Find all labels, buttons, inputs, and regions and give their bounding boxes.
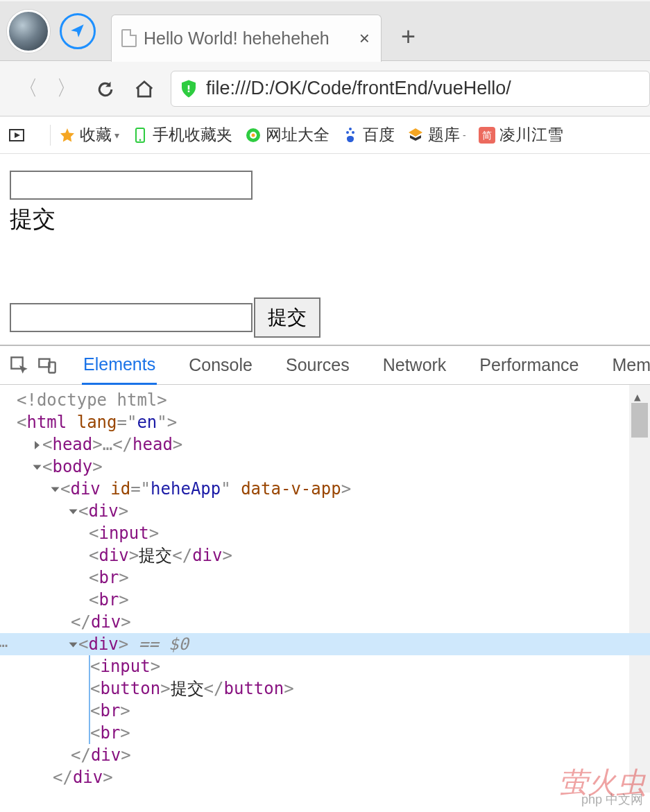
tiku-icon <box>407 127 424 144</box>
selected-node[interactable]: ⋯ <div> == $0 <box>0 633 650 655</box>
bookmark-favorites[interactable]: 收藏 ▾ <box>59 124 119 146</box>
tab-elements[interactable]: Elements <box>82 346 157 385</box>
bookmark-baidu[interactable]: 百度 <box>342 124 395 146</box>
bookmark-label: 收藏 <box>80 124 112 146</box>
devtools-tabbar: Elements Console Sources Network Perform… <box>0 346 650 385</box>
jian-icon: 简 <box>479 127 495 144</box>
bookmark-sitenav[interactable]: 网址大全 <box>245 124 330 146</box>
chevron-down-icon: - <box>463 130 466 141</box>
bookmark-label: 题库 <box>428 124 460 146</box>
bookmark-bar: 收藏 ▾ 手机收藏夹 网址大全 百度 题库 - 简 凌川江雪 <box>0 116 650 154</box>
chevron-down-icon: ▾ <box>114 130 119 141</box>
url-text: file:///D:/OK/Code/frontEnd/vueHello/ <box>206 78 511 99</box>
extension-icon[interactable] <box>8 127 29 144</box>
submit-button[interactable]: 提交 <box>254 297 320 338</box>
inspect-icon[interactable] <box>10 353 29 378</box>
bookmark-mobile[interactable]: 手机收藏夹 <box>132 124 232 146</box>
back-button[interactable]: 〈 <box>8 74 47 103</box>
tab-performance[interactable]: Performance <box>478 347 580 383</box>
new-tab-button[interactable]: + <box>401 22 416 51</box>
tab-memory[interactable]: Mem <box>610 347 650 383</box>
watermark-sub: php 中文网 <box>581 791 643 808</box>
star-icon <box>59 127 76 144</box>
bookmark-label: 手机收藏夹 <box>153 124 232 146</box>
device-toggle-icon[interactable] <box>37 353 57 378</box>
browser-address-bar: 〈 〉 file:///D:/OK/Code/frontEnd/vueHello… <box>0 61 650 116</box>
scrollbar[interactable]: ▲ <box>629 385 650 793</box>
user-avatar[interactable] <box>7 10 50 53</box>
baidu-icon <box>342 127 359 144</box>
svg-text:简: 简 <box>482 130 492 141</box>
home-button[interactable] <box>125 77 164 99</box>
shield-icon <box>178 78 199 99</box>
page-icon <box>121 29 137 47</box>
tab-title: Hello World! heheheheh <box>144 28 350 49</box>
reload-button[interactable] <box>86 77 125 99</box>
close-icon[interactable]: × <box>359 28 370 49</box>
page-content: 提交 提交 <box>0 154 650 345</box>
forward-button[interactable]: 〉 <box>47 74 86 103</box>
tab-sources[interactable]: Sources <box>284 347 351 383</box>
bookmark-label: 网址大全 <box>266 124 330 146</box>
src-doctype: <!doctype html> <box>17 390 167 410</box>
address-field[interactable]: file:///D:/OK/Code/frontEnd/vueHello/ <box>171 71 650 107</box>
text-input-1[interactable] <box>10 171 253 200</box>
bookmark-label: 百度 <box>363 124 395 146</box>
site-icon <box>245 127 262 144</box>
devtools-panel: Elements Console Sources Network Perform… <box>0 345 650 793</box>
component-2: 提交 <box>10 297 640 338</box>
bookmark-lingchuan[interactable]: 简 凌川江雪 <box>479 124 563 146</box>
elements-tree[interactable]: ▲ <!doctype html> <html lang="en"> <head… <box>0 385 650 793</box>
tab-network[interactable]: Network <box>382 347 448 383</box>
mobile-icon <box>132 127 148 144</box>
text-input-2[interactable] <box>10 303 253 332</box>
browser-titlebar: Hello World! heheheheh × + <box>0 0 650 61</box>
bookmark-label: 凌川江雪 <box>499 124 563 146</box>
svg-point-2 <box>139 139 142 141</box>
browser-tab[interactable]: Hello World! heheheheh × <box>111 15 382 62</box>
component-1: 提交 <box>10 171 640 235</box>
play-icon <box>8 127 25 144</box>
tab-console[interactable]: Console <box>187 347 254 383</box>
bookmark-tiku[interactable]: 题库 - <box>407 124 466 146</box>
compass-icon[interactable] <box>60 13 96 49</box>
submit-text: 提交 <box>10 204 640 235</box>
svg-point-5 <box>252 133 255 137</box>
